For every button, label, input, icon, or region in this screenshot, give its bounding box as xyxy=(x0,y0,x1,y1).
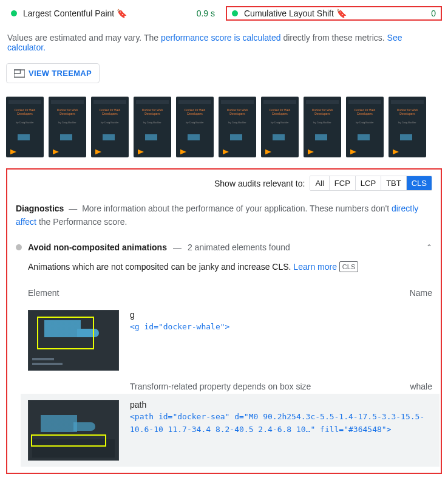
pill-all[interactable]: All xyxy=(310,176,329,190)
metric-cls[interactable]: Cumulative Layout Shift 🔖 0 xyxy=(226,6,442,21)
diagnostics-panel: Show audits relevant to: All FCP LCP TBT… xyxy=(6,168,442,474)
score-calc-link[interactable]: performance score is calculated xyxy=(161,33,281,43)
filmstrip-frame[interactable]: Docker for Web Developersby Craig Buckle… xyxy=(261,97,299,157)
filmstrip-frame[interactable]: Docker for Web Developersby Craig Buckle… xyxy=(389,97,426,157)
metric-label: Largest Contentful Paint xyxy=(23,9,114,18)
metric-value: 0 xyxy=(431,9,436,18)
pill-cls[interactable]: CLS xyxy=(407,176,432,190)
metric-lcp[interactable]: Largest Contentful Paint 🔖 0.9 s xyxy=(6,6,220,21)
audit-toggle[interactable]: Avoid non-composited animations — 2 anim… xyxy=(16,242,432,252)
treemap-icon xyxy=(14,69,25,78)
pill-lcp[interactable]: LCP xyxy=(356,176,381,190)
audit-description: Animations which are not composited can … xyxy=(28,261,432,273)
svg-rect-1 xyxy=(14,70,21,74)
element-code: <g id="docker-whale"> xyxy=(130,321,432,334)
table-row: g <g id="docker-whale"> xyxy=(28,304,432,377)
filmstrip-frame[interactable]: Docker for Web Developersby Craig Buckle… xyxy=(6,97,44,157)
metric-value: 0.9 s xyxy=(197,9,215,18)
diagnostics-header: Diagnostics — More information about the… xyxy=(16,202,432,229)
element-thumbnail[interactable] xyxy=(28,310,119,371)
table-header: Element Name xyxy=(28,284,432,304)
status-dot-neutral xyxy=(16,244,22,250)
chevron-up-icon: ⌃ xyxy=(426,243,432,252)
row-sub-label: Transform-related property depends on bo… xyxy=(28,377,432,394)
bookmark-icon: 🔖 xyxy=(117,9,127,18)
filmstrip-frame[interactable]: Docker for Web Developersby Craig Buckle… xyxy=(176,97,214,157)
status-dot-good xyxy=(232,10,238,16)
view-treemap-button[interactable]: VIEW TREEMAP xyxy=(6,63,100,83)
table-row: path <path id="docker-sea" d="M0 90.2h25… xyxy=(21,394,440,467)
filmstrip-frame[interactable]: Docker for Web Developersby Craig Buckle… xyxy=(49,97,86,157)
bookmark-icon: 🔖 xyxy=(336,9,347,18)
filmstrip-frame[interactable]: Docker for Web Developersby Craig Buckle… xyxy=(304,97,341,157)
element-thumbnail[interactable] xyxy=(28,400,119,461)
filmstrip: Docker for Web Developersby Craig Buckle… xyxy=(6,97,442,157)
metric-label: Cumulative Layout Shift xyxy=(244,9,334,18)
element-name: path xyxy=(130,400,432,410)
filmstrip-frame[interactable]: Docker for Web Developersby Craig Buckle… xyxy=(134,97,171,157)
filter-label: Show audits relevant to: xyxy=(214,179,305,188)
filmstrip-frame[interactable]: Docker for Web Developersby Craig Buckle… xyxy=(346,97,384,157)
estimate-note: Values are estimated and may vary. The p… xyxy=(6,33,442,52)
element-name: g xyxy=(130,310,432,320)
status-dot-good xyxy=(11,10,17,16)
filmstrip-frame[interactable]: Docker for Web Developersby Craig Buckle… xyxy=(219,97,256,157)
pill-tbt[interactable]: TBT xyxy=(381,176,407,190)
audit-filter-pills: All FCP LCP TBT CLS xyxy=(310,176,432,191)
filmstrip-frame[interactable]: Docker for Web Developersby Craig Buckle… xyxy=(91,97,129,157)
learn-more-link[interactable]: Learn more xyxy=(293,262,337,272)
element-code: <path id="docker-sea" d="M0 90.2h254.3c-… xyxy=(130,411,432,436)
pill-fcp[interactable]: FCP xyxy=(330,176,356,190)
cls-tag: CLS xyxy=(339,261,358,273)
